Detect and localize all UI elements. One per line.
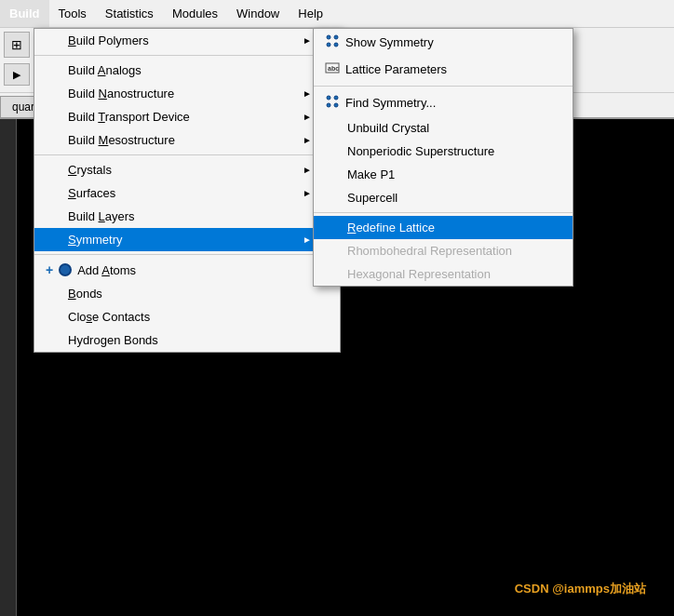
menu-label-rhombohedral: Rhombohedral Representation	[347, 244, 545, 258]
menu-label-build-analogs: Build Analogs	[68, 63, 297, 77]
separator-2	[34, 154, 340, 155]
menu-label-bonds: Bonds	[68, 287, 297, 301]
menu-item-hexagonal: Hexagonal Representation	[314, 262, 573, 286]
watermark: CSDN @iammps加油站	[515, 581, 646, 597]
menu-item-build-analogs[interactable]: Build Analogs	[34, 59, 340, 82]
menu-label-crystals: Crystals	[68, 163, 295, 177]
menu-label-nonperiodic: Nonperiodic Superstructure	[347, 144, 545, 158]
separator-3	[34, 254, 340, 255]
menu-label-build-polymers: Build Polymers	[68, 33, 295, 47]
menu-label-lattice-params: Lattice Parameters	[345, 62, 545, 76]
menu-item-build-mesostructure[interactable]: Build Mesostructure ►	[34, 128, 340, 152]
menu-item-build-nanostructure[interactable]: Build Nanostructure ►	[34, 82, 340, 105]
menu-label-supercell: Supercell	[347, 191, 545, 205]
abc-icon: abc	[325, 60, 340, 78]
menu-item-build-transport[interactable]: Build Transport Device ►	[34, 105, 340, 128]
menu-item-show-symmetry[interactable]: Show Symmetry	[314, 29, 573, 56]
menu-label-build-nanostructure: Build Nanostructure	[68, 87, 295, 100]
menu-label-show-symmetry: Show Symmetry	[345, 35, 545, 49]
menu-item-make-p1[interactable]: Make P1	[314, 163, 573, 186]
symmetry-separator-2	[314, 212, 573, 213]
menu-item-hydrogen-bonds[interactable]: Hydrogen Bonds	[34, 328, 340, 352]
arrow-symmetry: ►	[303, 234, 312, 245]
menu-item-redefine-lattice[interactable]: Redefine Lattice	[314, 216, 573, 239]
menubar-item-tools[interactable]: Tools	[49, 0, 96, 27]
toolbar-btn2[interactable]: ▶	[4, 63, 30, 86]
svg-point-7	[334, 96, 338, 100]
menu-item-crystals[interactable]: Crystals ►	[34, 158, 340, 181]
svg-point-9	[334, 103, 338, 107]
svg-point-3	[334, 43, 338, 47]
arrow-nanostructure: ►	[303, 88, 312, 99]
menubar: Build Tools Statistics Modules Window He…	[0, 0, 674, 28]
plus-icon: +	[46, 262, 53, 277]
menubar-item-build[interactable]: Build	[0, 0, 49, 27]
arrow-mesostructure: ►	[303, 135, 312, 145]
menubar-item-modules[interactable]: Modules	[163, 0, 227, 27]
menu-item-close-contacts[interactable]: Close Contacts	[34, 305, 340, 328]
menu-label-close-contacts: Close Contacts	[68, 310, 297, 324]
arrow-crystals: ►	[303, 165, 312, 175]
menu-item-rhombohedral: Rhombohedral Representation	[314, 239, 573, 262]
menu-item-build-layers[interactable]: Build Layers	[34, 205, 340, 228]
menu-item-build-polymers[interactable]: Build Polymers ►	[34, 29, 340, 52]
menu-label-redefine-lattice: Redefine Lattice	[347, 221, 545, 234]
menu-item-nonperiodic[interactable]: Nonperiodic Superstructure	[314, 140, 573, 163]
menu-item-bonds[interactable]: Bonds	[34, 282, 340, 305]
menu-item-symmetry[interactable]: Symmetry ►	[34, 228, 340, 251]
svg-point-1	[334, 35, 338, 39]
svg-point-2	[327, 43, 330, 47]
arrow-surfaces: ►	[303, 188, 312, 198]
menu-build: Build Polymers ► Build Analogs Build Nan…	[34, 28, 341, 353]
arrow-build-polymers: ►	[303, 35, 312, 46]
symmetry-separator-1	[314, 86, 573, 87]
atom-icon	[59, 263, 72, 276]
menu-label-hydrogen-bonds: Hydrogen Bonds	[68, 333, 297, 347]
arrow-transport: ►	[303, 112, 312, 122]
menu-label-build-mesostructure: Build Mesostructure	[68, 133, 295, 147]
svg-point-8	[327, 103, 330, 107]
svg-text:abc: abc	[328, 65, 339, 72]
menu-symmetry: Show Symmetry abc Lattice Parameters Fin…	[313, 28, 573, 287]
menu-label-unbuild-crystal: Unbuild Crystal	[347, 121, 545, 135]
menubar-item-window[interactable]: Window	[227, 0, 289, 27]
menu-label-hexagonal: Hexagonal Representation	[347, 267, 545, 281]
left-panel	[0, 119, 17, 616]
menu-label-build-layers: Build Layers	[68, 209, 297, 223]
menubar-item-statistics[interactable]: Statistics	[96, 0, 163, 27]
toolbar-btn[interactable]: ⊞	[4, 32, 30, 58]
sym-icon-find	[325, 94, 340, 112]
menu-label-surfaces: Surfaces	[68, 186, 295, 200]
menu-label-symmetry: Symmetry	[68, 233, 295, 247]
menu-item-lattice-params[interactable]: abc Lattice Parameters	[314, 56, 573, 83]
menu-item-unbuild-crystal[interactable]: Unbuild Crystal	[314, 116, 573, 140]
menu-item-find-symmetry[interactable]: Find Symmetry...	[314, 89, 573, 116]
menu-label-find-symmetry: Find Symmetry...	[345, 96, 545, 110]
svg-point-6	[327, 96, 330, 100]
menu-label-build-transport: Build Transport Device	[68, 110, 295, 124]
menu-item-add-atoms[interactable]: + Add Atoms	[34, 258, 340, 282]
menu-label-add-atoms: Add Atoms	[77, 263, 297, 277]
svg-point-0	[327, 35, 330, 39]
menu-item-surfaces[interactable]: Surfaces ►	[34, 181, 340, 205]
menubar-item-help[interactable]: Help	[289, 0, 332, 27]
menu-item-supercell[interactable]: Supercell	[314, 186, 573, 209]
menu-label-make-p1: Make P1	[347, 167, 545, 181]
separator-1	[34, 55, 340, 56]
sym-icon-show	[325, 33, 340, 51]
